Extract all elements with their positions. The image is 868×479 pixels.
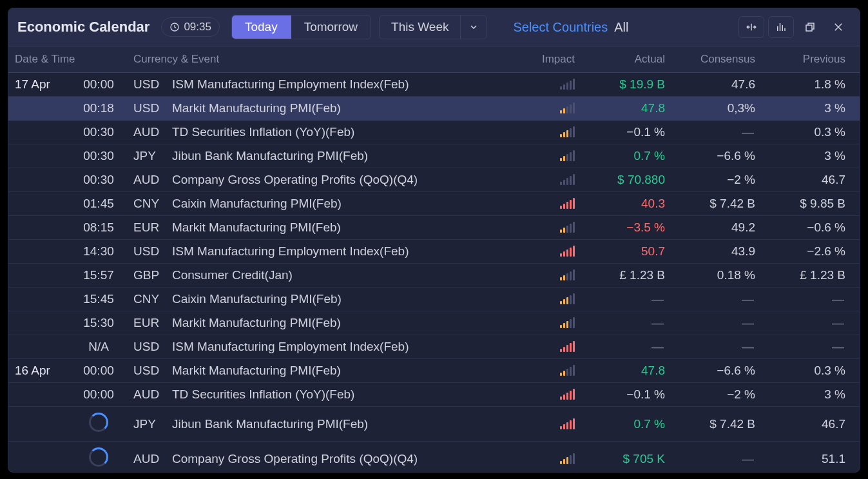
impact-bars [560, 389, 575, 400]
table-body[interactable]: 17 Apr00:00USDISM Manufacturing Employme… [8, 73, 860, 472]
row-impact [523, 318, 575, 328]
row-impact [523, 151, 575, 161]
row-currency: AUD [133, 387, 172, 402]
columns-button[interactable] [768, 16, 794, 38]
row-time: 01:45 [64, 197, 133, 211]
table-row[interactable]: 14:30USDISM Manufacturing Employment Ind… [8, 240, 860, 264]
row-event: Company Gross Operating Profits (QoQ)(Q4… [172, 452, 523, 466]
impact-bars [560, 175, 575, 185]
row-consensus: −6.6 % [665, 149, 755, 163]
table-row[interactable]: 16 Apr00:00USDMarkit Manufacturing PMI(F… [8, 359, 860, 383]
row-previous: £ 1.23 B [755, 268, 845, 282]
table-row[interactable]: N/AUSDISM Manufacturing Employment Index… [8, 335, 860, 359]
row-time: 15:30 [64, 316, 133, 330]
this-week-select: This Week [379, 15, 487, 39]
table-row[interactable]: 08:15EURMarkit Manufacturing PMI(Feb)−3.… [8, 216, 860, 240]
row-event: Caixin Manufacturing PMI(Feb) [172, 197, 523, 211]
select-countries-link[interactable]: Select Countries [513, 20, 608, 35]
row-currency: CNY [133, 197, 172, 211]
row-actual: 47.8 [575, 364, 665, 378]
col-impact: Impact [523, 53, 575, 66]
table-row[interactable]: 00:30JPYJibun Bank Manufacturing PMI(Feb… [8, 144, 860, 168]
row-actual: 40.3 [575, 197, 665, 211]
table-row[interactable]: 15:57GBPConsumer Credit(Jan)£ 1.23 B0.18… [8, 264, 860, 288]
country-filter-value: All [614, 20, 628, 35]
table-row[interactable]: 00:30AUDTD Securities Inflation (YoY)(Fe… [8, 121, 860, 144]
close-icon [833, 21, 844, 33]
col-actual: Actual [575, 53, 665, 66]
row-event: TD Securities Inflation (YoY)(Feb) [172, 387, 523, 402]
tab-tomorrow[interactable]: Tomorrow [291, 15, 371, 39]
clock-icon [169, 22, 180, 32]
row-actual: −0.1 % [575, 387, 665, 402]
impact-bars [560, 199, 575, 209]
row-currency: GBP [133, 268, 172, 282]
row-impact [523, 103, 575, 113]
clock-time: 09:35 [184, 21, 211, 34]
impact-bars [560, 79, 575, 90]
row-event: Markit Manufacturing PMI(Feb) [172, 364, 523, 378]
close-button[interactable] [826, 17, 851, 37]
popout-icon [804, 21, 816, 33]
table-row[interactable]: 01:45CNYCaixin Manufacturing PMI(Feb)40.… [8, 192, 860, 216]
table-row[interactable]: 15:30EURMarkit Manufacturing PMI(Feb)——— [8, 311, 860, 335]
spinner-icon [89, 447, 108, 467]
row-consensus: 47.6 [665, 77, 755, 92]
row-time: 00:30 [64, 173, 133, 187]
row-impact [523, 79, 575, 90]
row-currency: JPY [133, 149, 172, 163]
row-currency: AUD [133, 173, 172, 187]
table-row[interactable]: 15:45CNYCaixin Manufacturing PMI(Feb)——— [8, 288, 860, 311]
this-week-dropdown[interactable] [461, 16, 487, 39]
table-row[interactable]: JPYJibun Bank Manufacturing PMI(Feb)0.7 … [8, 407, 860, 442]
row-impact [523, 342, 575, 352]
row-currency: AUD [133, 125, 172, 139]
table-row[interactable]: 00:00AUDTD Securities Inflation (YoY)(Fe… [8, 383, 860, 407]
row-impact [523, 222, 575, 233]
clock: 09:35 [161, 17, 220, 37]
tab-today[interactable]: Today [232, 15, 291, 39]
row-event: Jibun Bank Manufacturing PMI(Feb) [172, 149, 523, 163]
impact-bars [560, 103, 575, 113]
row-impact [523, 175, 575, 185]
row-consensus: — [665, 125, 755, 139]
row-consensus: −2 % [665, 387, 755, 402]
table-row[interactable]: 00:30AUDCompany Gross Operating Profits … [8, 168, 860, 192]
this-week-button[interactable]: This Week [380, 15, 461, 39]
row-currency: AUD [133, 452, 172, 466]
row-event: ISM Manufacturing Employment Index(Feb) [172, 340, 523, 354]
popout-button[interactable] [798, 17, 822, 37]
row-date: 17 Apr [15, 77, 64, 92]
row-currency: CNY [133, 292, 172, 306]
row-previous: 0.3 % [755, 125, 845, 139]
row-consensus: — [665, 340, 755, 354]
table-row[interactable]: AUDCompany Gross Operating Profits (QoQ)… [8, 442, 860, 472]
row-previous: 51.1 [755, 452, 845, 466]
range-tabs: Today Tomorrow [231, 15, 371, 39]
row-time: 08:15 [64, 220, 133, 235]
table-header: Date & Time Currency & Event Impact Actu… [8, 46, 860, 73]
impact-bars [560, 366, 575, 376]
row-currency: JPY [133, 417, 172, 431]
row-actual: 47.8 [575, 101, 665, 115]
toolbar-icons [738, 16, 851, 38]
row-event: Caixin Manufacturing PMI(Feb) [172, 292, 523, 306]
width-toggle-button[interactable] [738, 16, 764, 38]
row-currency: EUR [133, 316, 172, 330]
svg-rect-1 [806, 25, 812, 31]
row-event: Markit Manufacturing PMI(Feb) [172, 220, 523, 235]
row-time: 15:45 [64, 292, 133, 306]
row-actual: — [575, 316, 665, 330]
row-time: 00:00 [64, 364, 133, 378]
row-actual: 0.7 % [575, 149, 665, 163]
row-actual: −3.5 % [575, 220, 665, 235]
row-actual: 0.7 % [575, 417, 665, 431]
row-impact [523, 389, 575, 400]
impact-bars [560, 318, 575, 328]
row-consensus: 43.9 [665, 244, 755, 259]
table-row[interactable]: 00:18USDMarkit Manufacturing PMI(Feb)47.… [8, 97, 860, 121]
col-consensus: Consensus [665, 53, 755, 66]
toolbar: Economic Calendar 09:35 Today Tomorrow T… [8, 8, 860, 46]
table-row[interactable]: 17 Apr00:00USDISM Manufacturing Employme… [8, 73, 860, 97]
row-time: 00:00 [64, 77, 133, 92]
